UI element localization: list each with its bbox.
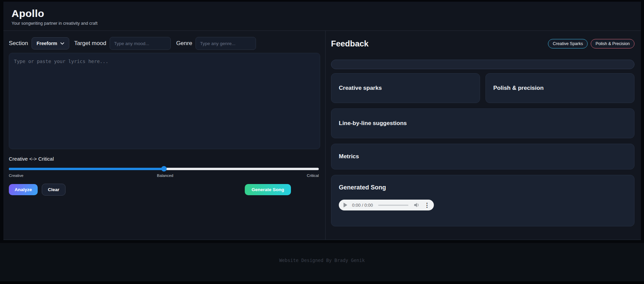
main-split: Section Freeform Target mood Genre Creat… — [3, 31, 641, 240]
feedback-progress-bar — [331, 60, 634, 69]
section-label: Section — [9, 40, 28, 47]
metrics-card-title: Metrics — [339, 153, 359, 160]
generated-song-card: Generated Song 0:00 / 0:00 ⋮ — [331, 175, 634, 226]
polish-precision-card: Polish & precision — [485, 73, 634, 103]
audio-progress[interactable] — [378, 205, 408, 206]
creative-sparks-card-title: Creative sparks — [339, 85, 382, 92]
composer-panel: Section Freeform Target mood Genre Creat… — [3, 31, 326, 240]
app-header: Apollo Your songwriting partner in creat… — [3, 2, 641, 31]
mood-label: Target mood — [74, 40, 106, 47]
generate-song-button[interactable]: Generate Song — [245, 184, 291, 195]
page-footer: Website Designed By Brady Genik — [0, 243, 644, 281]
feedback-panel: Feedback Creative Sparks Polish & Precis… — [326, 31, 641, 240]
slider-label: Creative <-> Critical — [9, 156, 320, 162]
clear-button[interactable]: Clear — [42, 184, 66, 196]
generated-song-card-title: Generated Song — [339, 184, 386, 191]
audio-menu-icon[interactable]: ⋮ — [424, 202, 430, 208]
section-select[interactable]: Freeform — [32, 37, 70, 49]
metrics-card: Metrics — [331, 144, 634, 169]
volume-icon[interactable] — [414, 202, 420, 208]
audio-player[interactable]: 0:00 / 0:00 ⋮ — [339, 200, 434, 210]
app-subtitle: Your songwriting partner in creativity a… — [12, 21, 641, 26]
creative-sparks-card: Creative sparks — [331, 73, 480, 103]
feedback-cards-row: Creative sparks Polish & precision — [331, 73, 634, 103]
polish-precision-card-title: Polish & precision — [493, 85, 544, 92]
analyze-button[interactable]: Analyze — [9, 184, 38, 195]
app-container: Apollo Your songwriting partner in creat… — [3, 2, 641, 240]
bottom-strip — [0, 281, 644, 284]
page: Apollo Your songwriting partner in creat… — [0, 0, 644, 284]
chevron-down-icon — [60, 42, 64, 45]
genre-input[interactable] — [196, 37, 256, 50]
feedback-mode-pills: Creative Sparks Polish & Precision — [548, 39, 634, 48]
slider-fill — [9, 168, 164, 170]
slider-left-label: Creative — [9, 174, 23, 178]
play-icon[interactable] — [344, 203, 347, 207]
feedback-header: Feedback Creative Sparks Polish & Precis… — [331, 39, 634, 48]
line-by-line-card-title: Line-by-line suggestions — [339, 120, 407, 127]
slider-right-label: Critical — [307, 174, 319, 178]
app-title: Apollo — [12, 8, 641, 19]
slider-center-label: Balanced — [157, 174, 173, 178]
audio-time: 0:00 / 0:00 — [352, 203, 373, 208]
action-button-row: Analyze Clear Generate Song — [9, 184, 320, 196]
creativity-slider[interactable] — [9, 166, 319, 171]
genre-label: Genre — [176, 40, 192, 47]
slider-thumb[interactable] — [161, 166, 167, 171]
footer-credit: Website Designed By Brady Genik — [279, 258, 365, 281]
line-by-line-card: Line-by-line suggestions — [331, 108, 634, 138]
polish-precision-pill[interactable]: Polish & Precision — [591, 39, 634, 48]
slider-sublabels: Creative Balanced Critical — [9, 174, 319, 178]
creative-sparks-pill[interactable]: Creative Sparks — [548, 39, 588, 48]
section-select-value: Freeform — [37, 41, 57, 46]
feedback-title: Feedback — [331, 39, 369, 48]
mood-input[interactable] — [110, 37, 171, 50]
composer-form-row: Section Freeform Target mood Genre — [9, 37, 320, 50]
lyrics-textarea[interactable] — [9, 53, 320, 149]
